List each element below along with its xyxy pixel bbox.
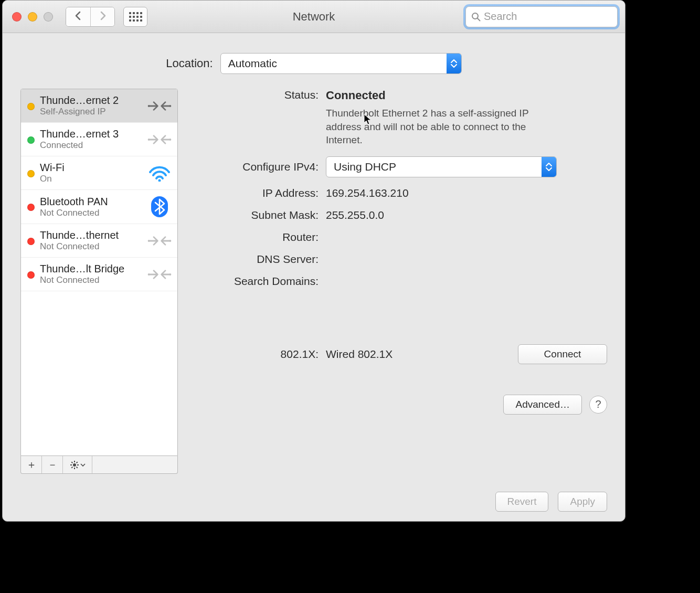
location-label: Location: <box>166 57 213 70</box>
ip-address-label: IP Address: <box>187 187 319 199</box>
gear-icon <box>70 460 79 470</box>
service-status: Not Connected <box>40 275 142 285</box>
service-name: Thunde…lt Bridge <box>40 263 142 275</box>
svg-point-8 <box>148 239 150 241</box>
services-list[interactable]: Thunde…ernet 2Self-Assigned IPThunde…ern… <box>20 89 178 456</box>
status-message: Thunderbolt Ethernet 2 has a self-assign… <box>326 107 551 147</box>
svg-line-17 <box>71 462 72 463</box>
wifi-icon <box>147 165 172 182</box>
svg-point-9 <box>169 239 171 241</box>
service-row[interactable]: Thunde…lt BridgeNot Connected <box>21 258 177 291</box>
bluetooth-icon <box>147 195 172 218</box>
8021x-connect-button[interactable]: Connect <box>518 344 607 364</box>
grid-icon <box>129 12 142 22</box>
dns-server-label: DNS Server: <box>187 253 319 266</box>
service-actions-button[interactable] <box>63 456 92 473</box>
service-status: Not Connected <box>40 208 142 218</box>
cursor-icon <box>364 114 372 125</box>
configure-ipv4-select[interactable]: Using DHCP <box>326 156 557 177</box>
status-led <box>27 204 35 211</box>
remove-service-button[interactable]: － <box>42 456 63 473</box>
svg-point-12 <box>73 463 76 467</box>
subnet-mask-label: Subnet Mask: <box>187 209 319 221</box>
search-icon <box>471 12 481 22</box>
svg-point-10 <box>148 273 150 275</box>
subnet-mask-value: 255.255.0.0 <box>326 209 607 221</box>
traffic-lights <box>12 12 53 22</box>
status-label: Status: <box>187 89 319 101</box>
status-value: Connected <box>326 89 607 102</box>
show-all-prefpanes-button[interactable] <box>123 7 147 27</box>
svg-point-4 <box>148 138 150 140</box>
svg-line-19 <box>71 467 72 468</box>
chevron-down-icon <box>80 463 86 467</box>
service-status: Self-Assigned IP <box>40 107 142 117</box>
ethernet-icon <box>147 97 172 115</box>
location-value: Automatic <box>221 57 284 70</box>
8021x-label: 802.1X: <box>187 348 319 361</box>
service-status: Not Connected <box>40 241 142 252</box>
svg-point-6 <box>158 179 161 182</box>
status-led <box>27 271 35 279</box>
service-name: Bluetooth PAN <box>40 196 142 208</box>
services-sidebar: Thunde…ernet 2Self-Assigned IPThunde…ern… <box>20 89 178 474</box>
minimize-window-button[interactable] <box>28 12 37 22</box>
search-domains-label: Search Domains: <box>187 275 319 288</box>
advanced-button[interactable]: Advanced… <box>503 395 582 415</box>
status-led <box>27 136 35 144</box>
apply-button[interactable]: Apply <box>558 492 607 512</box>
service-name: Thunde…ernet 2 <box>40 94 142 107</box>
titlebar: Network <box>3 1 625 33</box>
svg-point-3 <box>169 104 171 107</box>
service-row[interactable]: Thunde…thernetNot Connected <box>21 224 177 258</box>
svg-point-5 <box>169 138 171 140</box>
svg-line-1 <box>478 18 480 21</box>
network-prefpane-window: Network Location: Automatic <box>2 0 625 522</box>
service-row[interactable]: Thunde…ernet 3Connected <box>21 123 177 156</box>
ethernet-icon <box>147 266 172 283</box>
footer-buttons: Revert Apply <box>20 474 607 512</box>
close-window-button[interactable] <box>12 12 22 22</box>
status-led <box>27 170 35 177</box>
sidebar-tools: ＋ － <box>20 456 178 474</box>
ethernet-icon <box>147 232 172 250</box>
configure-ipv4-label: Configure IPv4: <box>187 161 319 173</box>
ethernet-icon <box>147 131 172 149</box>
service-name: Thunde…thernet <box>40 229 142 241</box>
service-status: Connected <box>40 140 142 151</box>
svg-point-11 <box>169 273 171 275</box>
search-field-wrapper[interactable] <box>465 6 618 27</box>
help-button[interactable]: ? <box>589 396 607 414</box>
back-button[interactable] <box>66 7 90 26</box>
stepper-icon <box>542 157 556 177</box>
service-row[interactable]: Bluetooth PANNot Connected <box>21 190 177 224</box>
service-name: Thunde…ernet 3 <box>40 128 142 140</box>
status-led <box>27 103 35 110</box>
search-input[interactable] <box>484 10 612 23</box>
details-pane: Status: Connected Thunderbolt Ethernet 2… <box>187 89 607 474</box>
router-label: Router: <box>187 231 319 243</box>
add-service-button[interactable]: ＋ <box>21 456 42 473</box>
stepper-icon <box>447 54 461 73</box>
svg-point-2 <box>148 104 150 107</box>
service-row[interactable]: Wi-FiOn <box>21 156 177 190</box>
svg-line-20 <box>76 462 77 463</box>
forward-button[interactable] <box>90 7 114 26</box>
8021x-value: Wired 802.1X <box>326 348 393 361</box>
configure-ipv4-value: Using DHCP <box>326 161 542 173</box>
revert-button[interactable]: Revert <box>495 492 549 512</box>
location-select[interactable]: Automatic <box>220 53 462 74</box>
status-led <box>27 238 35 245</box>
nav-buttons <box>66 7 115 27</box>
ip-address-value: 169.254.163.210 <box>326 187 607 199</box>
svg-line-18 <box>76 467 77 468</box>
service-row[interactable]: Thunde…ernet 2Self-Assigned IP <box>21 89 177 123</box>
zoom-window-button[interactable] <box>44 12 53 22</box>
service-name: Wi-Fi <box>40 162 142 174</box>
service-status: On <box>40 174 142 184</box>
